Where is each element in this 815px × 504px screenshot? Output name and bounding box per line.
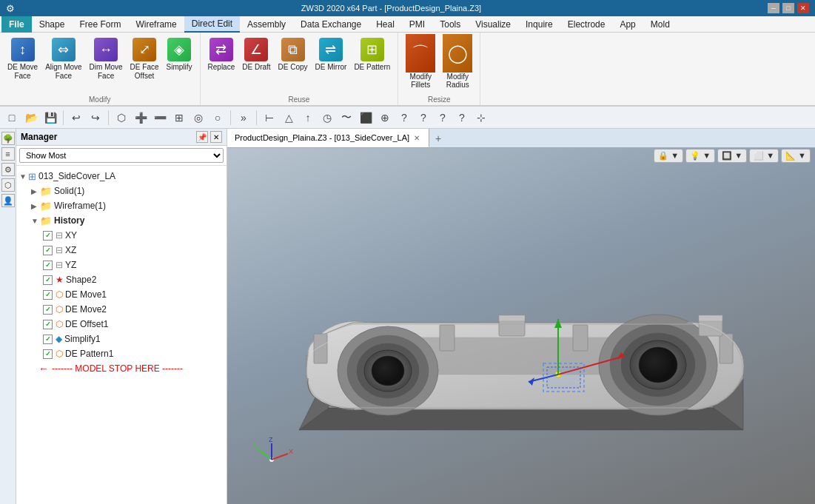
ribbon-btn-de-move[interactable]: ↕ DE MoveFace — [4, 36, 41, 83]
tree-item-root[interactable]: ▼ ⊞ 013_SideCover_LA — [16, 169, 227, 184]
simplify1-checkbox[interactable]: ✓ — [43, 335, 53, 344]
menu-electrode[interactable]: Electrode — [560, 16, 613, 33]
depattern1-checkbox[interactable]: ✓ — [43, 349, 53, 359]
tb-snap5-btn[interactable]: 〜 — [338, 109, 355, 127]
ribbon-btn-dim-move[interactable]: ↔ Dim MoveFace — [87, 36, 126, 83]
root-expand-icon[interactable]: ▼ — [19, 172, 28, 181]
menu-assembly[interactable]: Assembly — [240, 16, 293, 33]
tb-snap6-btn[interactable]: ⬛ — [357, 109, 375, 127]
close-button[interactable]: ✕ — [797, 3, 809, 13]
tb-remove-btn[interactable]: ➖ — [151, 109, 169, 127]
menu-freeform[interactable]: Free Form — [72, 16, 128, 33]
tree-item-wireframe[interactable]: ▶ 📁 Wireframe(1) — [16, 198, 227, 213]
tree-item-xz[interactable]: ✓ ⊟ XZ — [16, 243, 227, 258]
tab-close-icon[interactable]: ✕ — [412, 134, 421, 142]
menu-dataexchange[interactable]: Data Exchange — [293, 16, 369, 33]
manager-close-button[interactable]: ✕ — [210, 131, 222, 143]
menu-directedit[interactable]: Direct Edit — [184, 16, 240, 33]
minimize-button[interactable]: ─ — [768, 3, 779, 13]
tree-item-solid[interactable]: ▶ 📁 Solid(1) — [16, 184, 227, 198]
vt-view-btn[interactable]: 📐 ▼ — [781, 149, 811, 163]
history-expand-icon[interactable]: ▼ — [31, 217, 40, 225]
tb-snap2-btn[interactable]: △ — [280, 109, 298, 127]
tree-item-de-pattern1[interactable]: ✓ ⬡ DE Pattern1 — [16, 346, 227, 361]
tb-snap3-btn[interactable]: ↑ — [299, 109, 317, 127]
tb-save-btn[interactable]: 💾 — [41, 109, 59, 127]
tree-item-yz[interactable]: ✓ ⊟ YZ — [16, 258, 227, 272]
menu-app[interactable]: App — [612, 16, 643, 33]
tb-add-btn[interactable]: ➕ — [132, 109, 150, 127]
demove1-checkbox[interactable]: ✓ — [43, 290, 53, 300]
tree-item-xy[interactable]: ✓ ⊟ XY — [16, 228, 227, 243]
tb-more-btn[interactable]: » — [235, 109, 252, 127]
tree-item-de-move2[interactable]: ✓ ⬡ DE Move2 — [16, 302, 227, 317]
manager-side-icons: 🌳 ≡ ⚙ ⬡ 👤 — [0, 129, 16, 504]
side-icon-settings[interactable]: ⚙ — [1, 163, 15, 176]
model-3d-area[interactable]: X Y Z — [227, 148, 815, 504]
ribbon-btn-modify-fillets[interactable]: ⌒ ModifyFillets — [403, 32, 438, 91]
menu-inquire[interactable]: Inquire — [518, 16, 560, 33]
vt-light-btn[interactable]: 💡 ▼ — [685, 149, 715, 163]
menu-tools[interactable]: Tools — [432, 16, 468, 33]
tree-item-shape2[interactable]: ✓ ★ Shape2 — [16, 272, 227, 287]
menu-file[interactable]: File — [1, 16, 32, 33]
vt-render-btn[interactable]: 🔒 ▼ — [654, 149, 683, 163]
ribbon-btn-modify-radius[interactable]: ◯ ModifyRadius — [440, 32, 475, 91]
xy-checkbox[interactable]: ✓ — [43, 231, 53, 241]
ribbon-btn-align-move[interactable]: ⇔ Align MoveFace — [42, 36, 84, 83]
manager-filter-select[interactable]: Show Most Show All Show Less — [19, 148, 224, 163]
tb-undo-btn[interactable]: ↩ — [67, 109, 85, 127]
menu-heal[interactable]: Heal — [369, 16, 402, 33]
viewport[interactable]: ProductDesign_Plaina.Z3 - [013_SideCover… — [227, 129, 815, 504]
deoffset1-checkbox[interactable]: ✓ — [43, 320, 53, 329]
solid-expand-icon[interactable]: ▶ — [31, 187, 40, 195]
yz-checkbox[interactable]: ✓ — [43, 261, 53, 270]
tree-item-de-offset1[interactable]: ✓ ⬡ DE Offset1 — [16, 317, 227, 332]
side-icon-assembly[interactable]: ⬡ — [1, 178, 15, 192]
ribbon-btn-de-copy[interactable]: ⧉ DE Copy — [275, 36, 311, 74]
tb-snap-icon[interactable]: ⊹ — [472, 109, 490, 127]
menu-shape[interactable]: Shape — [32, 16, 73, 33]
ribbon-btn-de-pattern[interactable]: ⊞ DE Pattern — [351, 36, 393, 74]
tb-help2-btn[interactable]: ? — [415, 109, 432, 127]
side-icon-person[interactable]: 👤 — [1, 194, 15, 207]
tb-grid-btn[interactable]: ⊞ — [170, 109, 188, 127]
ribbon-btn-de-mirror[interactable]: ⇌ DE Mirror — [312, 36, 350, 74]
side-icon-tree[interactable]: 🌳 — [1, 132, 15, 145]
demove2-checkbox[interactable]: ✓ — [43, 305, 53, 315]
menu-visualize[interactable]: Visualize — [468, 16, 518, 33]
vt-background-btn[interactable]: ⬜ ▼ — [749, 149, 779, 163]
tb-new-btn[interactable]: □ — [3, 109, 21, 127]
tb-snap7-btn[interactable]: ⊕ — [376, 109, 394, 127]
side-icon-list[interactable]: ≡ — [1, 147, 15, 161]
menu-wireframe[interactable]: Wireframe — [128, 16, 184, 33]
menu-pmi[interactable]: PMI — [402, 16, 432, 33]
tb-circle-btn[interactable]: ○ — [209, 109, 227, 127]
tab-productdesign[interactable]: ProductDesign_Plaina.Z3 - [013_SideCover… — [227, 129, 429, 147]
ribbon-btn-de-draft[interactable]: ∠ DE Draft — [239, 36, 273, 74]
tab-add-button[interactable]: + — [429, 129, 447, 147]
shape2-checkbox[interactable]: ✓ — [43, 275, 53, 285]
wireframe-expand-icon[interactable]: ▶ — [31, 202, 40, 210]
tb-help3-btn[interactable]: ? — [434, 109, 452, 127]
tb-open-btn[interactable]: 📂 — [22, 109, 40, 127]
manager-pin-button[interactable]: 📌 — [196, 131, 208, 143]
ribbon-btn-simplify[interactable]: ◈ Simplify — [164, 36, 195, 74]
tree-item-simplify1[interactable]: ✓ ◆ Simplify1 — [16, 332, 227, 346]
tree-item-history[interactable]: ▼ 📁 History — [16, 213, 227, 228]
tb-snap4-btn[interactable]: ◷ — [318, 109, 336, 127]
tb-redo-btn[interactable]: ↪ — [87, 109, 104, 127]
ribbon-btn-de-face-offset[interactable]: ⤢ DE FaceOffset — [127, 36, 162, 83]
tb-help1-btn[interactable]: ? — [395, 109, 413, 127]
vt-display-btn[interactable]: 🔲 ▼ — [717, 149, 747, 163]
tb-snap-btn[interactable]: ◎ — [190, 109, 207, 127]
tb-help4-btn[interactable]: ? — [453, 109, 471, 127]
xz-checkbox[interactable]: ✓ — [43, 246, 53, 255]
yz-plane-icon: ⊟ — [56, 260, 63, 270]
tb-snap1-btn[interactable]: ⊢ — [261, 109, 278, 127]
tree-item-de-move1[interactable]: ✓ ⬡ DE Move1 — [16, 287, 227, 302]
tb-select-btn[interactable]: ⬡ — [113, 109, 130, 127]
maximize-button[interactable]: □ — [782, 3, 794, 13]
ribbon-btn-replace[interactable]: ⇄ Replace — [205, 36, 238, 74]
menu-mold[interactable]: Mold — [643, 16, 677, 33]
